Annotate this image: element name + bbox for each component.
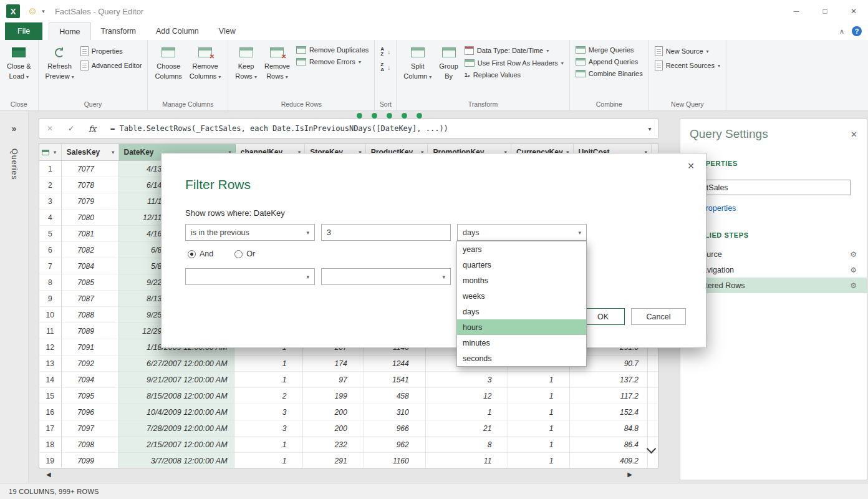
sort-descending-button[interactable]: ZA ↓ bbox=[380, 62, 390, 73]
gear-icon[interactable]: ⚙ bbox=[850, 281, 857, 290]
cell-channelkey[interactable]: 3 bbox=[234, 404, 304, 420]
cell-saleskey[interactable]: 7080 bbox=[62, 210, 118, 226]
cell-currencykey[interactable]: 1 bbox=[508, 372, 570, 388]
and-radio[interactable]: And bbox=[188, 250, 213, 258]
gear-icon[interactable]: ⚙ bbox=[850, 266, 857, 274]
remove-columns-button[interactable]: ✕ Remove Columns ▾ bbox=[186, 42, 224, 81]
tab-home[interactable]: Home bbox=[49, 22, 90, 40]
filter-icon[interactable]: ▾ bbox=[109, 149, 117, 155]
gear-icon[interactable]: ⚙ bbox=[850, 250, 857, 259]
choose-columns-button[interactable]: Choose Columns bbox=[151, 42, 185, 81]
cell-unitcost[interactable]: 152.4 bbox=[570, 404, 648, 420]
cell-productkey[interactable]: 966 bbox=[364, 420, 426, 437]
cell-storekey[interactable]: 199 bbox=[303, 388, 364, 404]
tab-file[interactable]: File bbox=[5, 22, 42, 40]
cell-channelkey[interactable]: 1 bbox=[234, 437, 304, 453]
value-input[interactable]: 3 bbox=[321, 224, 451, 241]
close-and-load-button[interactable]: Close & Load ▾ bbox=[3, 42, 35, 81]
cell-datekey[interactable]: 2/15/2007 12:00:00 AM bbox=[118, 437, 234, 453]
cell-promotionkey[interactable]: 11 bbox=[426, 453, 509, 468]
formula-expand-icon[interactable]: ▾ bbox=[642, 125, 658, 132]
append-queries-button[interactable]: Append Queries bbox=[576, 58, 643, 65]
minimize-button[interactable]: ─ bbox=[782, 0, 811, 22]
cell-currencykey[interactable]: 1 bbox=[508, 388, 570, 404]
cell-saleskey[interactable]: 7079 bbox=[62, 193, 118, 210]
expand-queries-pane-button[interactable]: » bbox=[0, 124, 28, 133]
cell-saleskey[interactable]: 7096 bbox=[62, 404, 118, 420]
use-first-row-as-headers-button[interactable]: Use First Row As Headers ▾ bbox=[465, 59, 564, 67]
cell-productkey[interactable]: 962 bbox=[364, 437, 426, 453]
cell-productkey[interactable]: 1541 bbox=[364, 372, 426, 388]
cell-storekey[interactable]: 174 bbox=[303, 356, 364, 372]
remove-rows-button[interactable]: ✕ Remove Rows ▾ bbox=[261, 42, 294, 81]
cell-saleskey[interactable]: 7094 bbox=[62, 372, 118, 388]
cell-saleskey[interactable]: 7087 bbox=[62, 291, 118, 307]
unit-option[interactable]: months bbox=[457, 273, 586, 288]
cell-currencykey[interactable]: 1 bbox=[508, 453, 570, 468]
all-properties-link[interactable]: All Properties bbox=[690, 204, 857, 213]
or-radio[interactable]: Or bbox=[234, 250, 255, 258]
cell-productkey[interactable]: 458 bbox=[364, 388, 426, 404]
group-by-button[interactable]: Group By bbox=[435, 42, 462, 81]
unit-option[interactable]: years bbox=[457, 241, 586, 257]
merge-queries-button[interactable]: Merge Queries bbox=[576, 46, 643, 54]
cell-storekey[interactable]: 291 bbox=[303, 453, 364, 468]
cell-storekey[interactable]: 97 bbox=[303, 372, 364, 388]
unit-option[interactable]: seconds bbox=[457, 351, 586, 366]
cell-currencykey[interactable]: 1 bbox=[508, 420, 570, 437]
sort-ascending-button[interactable]: AZ ↓ bbox=[380, 46, 390, 57]
horizontal-scrollbar[interactable]: ◀ ▶ bbox=[39, 469, 658, 479]
cell-promotionkey[interactable]: 1 bbox=[426, 404, 509, 420]
cell-promotionkey[interactable]: 21 bbox=[426, 420, 509, 437]
formula-cancel-icon[interactable]: ✕ bbox=[39, 124, 60, 133]
cell-unitcost[interactable]: 84.8 bbox=[570, 420, 648, 437]
cell-datekey[interactable]: 9/21/2007 12:00:00 AM bbox=[118, 372, 234, 388]
formula-commit-icon[interactable]: ✓ bbox=[60, 124, 82, 133]
queries-pane-label[interactable]: Queries bbox=[0, 148, 28, 180]
cell-unitcost[interactable]: 117.2 bbox=[570, 388, 648, 404]
cell-productkey[interactable]: 1160 bbox=[364, 453, 426, 468]
condition-dropdown[interactable]: is in the previous ▾ bbox=[185, 224, 315, 241]
advanced-editor-button[interactable]: Advanced Editor bbox=[80, 61, 142, 70]
cell-datekey[interactable]: 10/4/2009 12:00:00 AM bbox=[118, 404, 234, 420]
cell-datekey[interactable]: 6/27/2007 12:00:00 AM bbox=[118, 356, 234, 372]
value2-dropdown[interactable]: ▾ bbox=[321, 268, 451, 285]
cell-saleskey[interactable]: 7082 bbox=[62, 242, 118, 258]
cell-promotionkey[interactable]: 3 bbox=[426, 372, 509, 388]
cell-saleskey[interactable]: 7098 bbox=[62, 437, 118, 453]
applied-step[interactable]: Filtered Rows ⚙ bbox=[680, 278, 867, 293]
cell-saleskey[interactable]: 7092 bbox=[62, 356, 118, 372]
help-icon[interactable]: ? bbox=[852, 26, 862, 36]
refresh-preview-button[interactable]: Refresh Preview ▾ bbox=[42, 42, 78, 81]
cell-saleskey[interactable]: 7077 bbox=[62, 161, 118, 177]
formula-input[interactable]: = Table.SelectRows(_FactSales, each Date… bbox=[103, 124, 642, 133]
cell-saleskey[interactable]: 7095 bbox=[62, 388, 118, 404]
cell-saleskey[interactable]: 7088 bbox=[62, 307, 118, 323]
cell-channelkey[interactable]: 1 bbox=[234, 372, 304, 388]
query-settings-close-icon[interactable]: ✕ bbox=[851, 130, 857, 139]
cell-productkey[interactable]: 310 bbox=[364, 404, 426, 420]
data-type-button[interactable]: Data Type: Date/Time ▾ bbox=[465, 46, 564, 55]
cell-saleskey[interactable]: 7084 bbox=[62, 258, 118, 274]
tab-add-column[interactable]: Add Column bbox=[146, 22, 209, 40]
combine-binaries-button[interactable]: Combine Binaries bbox=[576, 70, 643, 77]
applied-step[interactable]: Navigation ⚙ bbox=[680, 262, 867, 278]
cell-unitcost[interactable]: 86.4 bbox=[570, 437, 648, 453]
cell-datekey[interactable]: 3/7/2008 12:00:00 AM bbox=[118, 453, 234, 468]
keep-rows-button[interactable]: Keep Rows ▾ bbox=[231, 42, 261, 81]
close-button[interactable]: ✕ bbox=[839, 0, 868, 22]
unit-dropdown[interactable]: days ▾ bbox=[457, 224, 587, 241]
unit-option[interactable]: days bbox=[457, 304, 586, 319]
remove-duplicates-button[interactable]: Remove Duplicates bbox=[296, 46, 369, 54]
collapse-ribbon-icon[interactable]: ∧ bbox=[839, 27, 844, 36]
recent-sources-button[interactable]: Recent Sources ▾ bbox=[655, 61, 720, 70]
dialog-close-icon[interactable]: ✕ bbox=[687, 161, 695, 171]
condition2-dropdown[interactable]: ▾ bbox=[185, 268, 315, 285]
cell-storekey[interactable]: 232 bbox=[303, 437, 364, 453]
unit-option[interactable]: minutes bbox=[457, 335, 586, 351]
cell-channelkey[interactable]: 3 bbox=[234, 420, 304, 437]
cell-currencykey[interactable]: 1 bbox=[508, 404, 570, 420]
remove-errors-button[interactable]: Remove Errors ▾ bbox=[296, 58, 369, 65]
smiley-icon[interactable]: ☺ bbox=[27, 6, 37, 16]
tab-transform[interactable]: Transform bbox=[91, 22, 147, 40]
